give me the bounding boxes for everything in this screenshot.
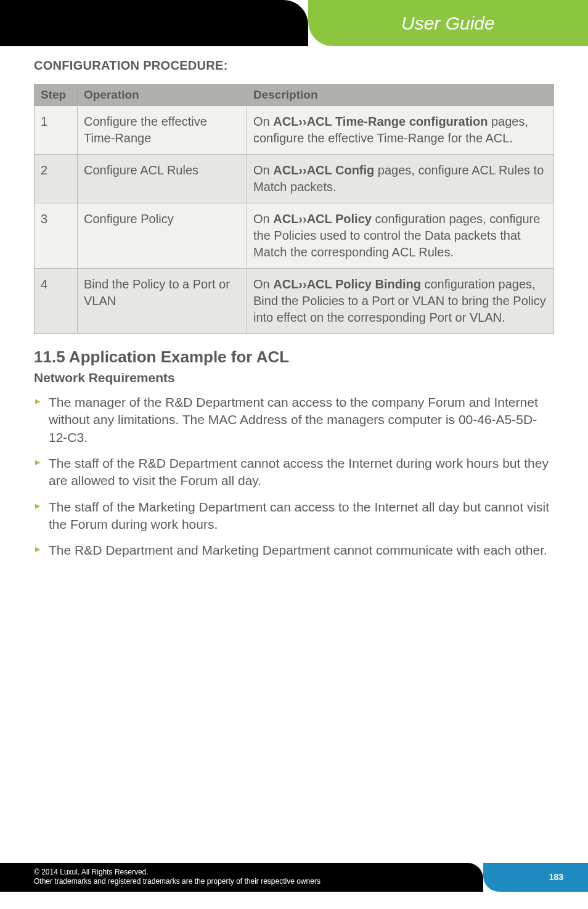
list-item: The manager of the R&D Department can ac…: [34, 394, 554, 446]
desc-bold: ACL››ACL Time-Range configuration: [273, 115, 488, 128]
cell-step: 3: [35, 203, 78, 269]
config-procedure-heading: CONFIGURATION PROCEDURE:: [34, 59, 554, 73]
footer: © 2014 Luxul. All Rights Reserved. Other…: [0, 863, 588, 892]
page-content: CONFIGURATION PROCEDURE: Step Operation …: [0, 46, 588, 560]
table-row: 1 Configure the effective Time-Range On …: [35, 106, 554, 155]
cell-desc: On ACL››ACL Config pages, configure ACL …: [247, 155, 554, 203]
header-tabs: User Guide: [0, 0, 588, 46]
cell-step: 2: [35, 155, 78, 203]
th-step: Step: [35, 84, 78, 106]
list-item: The staff of the R&D Department cannot a…: [34, 455, 554, 490]
header-black-tab: [0, 0, 308, 46]
table-row: 3 Configure Policy On ACL››ACL Policy co…: [35, 203, 554, 269]
cell-desc: On ACL››ACL Time-Range configuration pag…: [247, 106, 554, 155]
list-item: The staff of the Marketing Department ca…: [34, 499, 554, 534]
table-row: 4 Bind the Policy to a Port or VLAN On A…: [35, 269, 554, 334]
th-description: Description: [247, 84, 554, 106]
cell-step: 1: [35, 106, 78, 155]
th-operation: Operation: [78, 84, 247, 106]
table-row: 2 Configure ACL Rules On ACL››ACL Config…: [35, 155, 554, 203]
desc-bold: ACL››ACL Policy Binding: [273, 277, 421, 291]
desc-pre: On: [253, 277, 273, 291]
footer-page-tab: 183: [483, 863, 588, 892]
cell-op: Configure Policy: [78, 203, 247, 269]
cell-desc: On ACL››ACL Policy configuration pages, …: [247, 203, 554, 269]
desc-pre: On: [253, 212, 273, 226]
cell-step: 4: [35, 269, 78, 334]
cell-op: Configure ACL Rules: [78, 155, 247, 203]
desc-pre: On: [253, 163, 273, 177]
footer-copyright: © 2014 Luxul. All Rights Reserved. Other…: [0, 863, 483, 892]
network-requirements-subtitle: Network Requirements: [34, 370, 554, 385]
bullet-list: The manager of the R&D Department can ac…: [34, 394, 554, 560]
cell-op: Configure the effective Time-Range: [78, 106, 247, 155]
cell-op: Bind the Policy to a Port or VLAN: [78, 269, 247, 334]
page-number: 183: [549, 872, 563, 882]
cell-desc: On ACL››ACL Policy Binding configuration…: [247, 269, 554, 334]
desc-bold: ACL››ACL Config: [273, 163, 374, 177]
desc-bold: ACL››ACL Policy: [273, 212, 372, 226]
desc-pre: On: [253, 115, 273, 128]
footer-line1: © 2014 Luxul. All Rights Reserved.: [34, 868, 449, 878]
procedure-table: Step Operation Description 1 Configure t…: [34, 84, 554, 334]
section-title: 11.5 Application Example for ACL: [34, 348, 554, 367]
footer-line2: Other trademarks and registered trademar…: [34, 877, 449, 887]
header-guide-tab: User Guide: [308, 0, 588, 46]
list-item: The R&D Department and Marketing Departm…: [34, 542, 554, 559]
